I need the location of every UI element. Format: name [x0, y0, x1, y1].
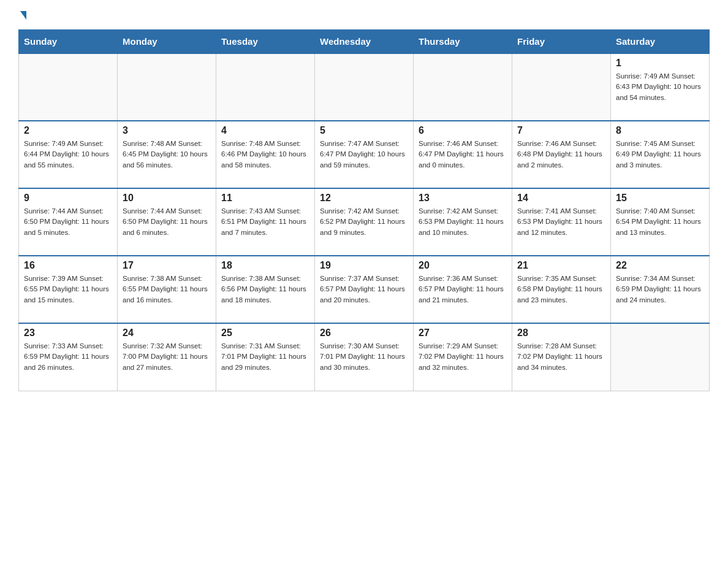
day-info: Sunrise: 7:47 AM Sunset: 6:47 PM Dayligh… — [320, 139, 408, 170]
calendar-cell — [118, 53, 216, 121]
day-number: 19 — [320, 260, 408, 271]
calendar-cell — [414, 53, 512, 121]
calendar-table: SundayMondayTuesdayWednesdayThursdayFrid… — [18, 29, 710, 391]
calendar-cell: 2Sunrise: 7:49 AM Sunset: 6:44 PM Daylig… — [19, 121, 118, 188]
day-number: 27 — [419, 327, 507, 339]
day-info: Sunrise: 7:42 AM Sunset: 6:52 PM Dayligh… — [320, 206, 408, 238]
day-info: Sunrise: 7:49 AM Sunset: 6:44 PM Dayligh… — [24, 139, 112, 170]
day-number: 13 — [419, 193, 507, 204]
day-number: 1 — [616, 58, 704, 69]
day-info: Sunrise: 7:38 AM Sunset: 6:55 PM Dayligh… — [123, 274, 211, 305]
day-info: Sunrise: 7:35 AM Sunset: 6:58 PM Dayligh… — [517, 274, 605, 305]
day-info: Sunrise: 7:36 AM Sunset: 6:57 PM Dayligh… — [419, 274, 507, 305]
day-info: Sunrise: 7:32 AM Sunset: 7:00 PM Dayligh… — [123, 341, 211, 373]
logo-arrow-icon — [20, 11, 26, 20]
day-number: 6 — [419, 125, 507, 136]
calendar-cell: 6Sunrise: 7:46 AM Sunset: 6:47 PM Daylig… — [414, 121, 512, 188]
calendar-cell: 16Sunrise: 7:39 AM Sunset: 6:55 PM Dayli… — [19, 256, 118, 323]
day-info: Sunrise: 7:41 AM Sunset: 6:53 PM Dayligh… — [517, 206, 605, 238]
day-number: 21 — [517, 260, 605, 271]
week-row: 16Sunrise: 7:39 AM Sunset: 6:55 PM Dayli… — [19, 256, 710, 323]
day-number: 7 — [517, 125, 605, 136]
day-number: 12 — [320, 193, 408, 204]
calendar-cell: 20Sunrise: 7:36 AM Sunset: 6:57 PM Dayli… — [414, 256, 512, 323]
day-info: Sunrise: 7:42 AM Sunset: 6:53 PM Dayligh… — [419, 206, 507, 238]
day-info: Sunrise: 7:29 AM Sunset: 7:02 PM Dayligh… — [419, 341, 507, 373]
calendar-cell — [315, 53, 414, 121]
logo-text — [18, 12, 26, 20]
calendar-cell: 25Sunrise: 7:31 AM Sunset: 7:01 PM Dayli… — [216, 323, 315, 391]
day-info: Sunrise: 7:43 AM Sunset: 6:51 PM Dayligh… — [221, 206, 309, 238]
day-number: 23 — [24, 327, 112, 339]
day-info: Sunrise: 7:48 AM Sunset: 6:45 PM Dayligh… — [123, 139, 211, 170]
week-row: 23Sunrise: 7:33 AM Sunset: 6:59 PM Dayli… — [19, 323, 710, 391]
day-of-week-header: Saturday — [611, 30, 710, 54]
day-info: Sunrise: 7:37 AM Sunset: 6:57 PM Dayligh… — [320, 274, 408, 305]
day-info: Sunrise: 7:45 AM Sunset: 6:49 PM Dayligh… — [616, 139, 704, 170]
day-info: Sunrise: 7:38 AM Sunset: 6:56 PM Dayligh… — [221, 274, 309, 305]
day-of-week-header: Wednesday — [315, 30, 414, 54]
week-row: 1Sunrise: 7:49 AM Sunset: 6:43 PM Daylig… — [19, 53, 710, 121]
day-number: 10 — [123, 193, 211, 204]
calendar-cell: 17Sunrise: 7:38 AM Sunset: 6:55 PM Dayli… — [118, 256, 216, 323]
calendar-cell: 5Sunrise: 7:47 AM Sunset: 6:47 PM Daylig… — [315, 121, 414, 188]
day-info: Sunrise: 7:34 AM Sunset: 6:59 PM Dayligh… — [616, 274, 704, 305]
calendar-cell: 21Sunrise: 7:35 AM Sunset: 6:58 PM Dayli… — [512, 256, 611, 323]
calendar-cell: 11Sunrise: 7:43 AM Sunset: 6:51 PM Dayli… — [216, 188, 315, 256]
calendar-header-row: SundayMondayTuesdayWednesdayThursdayFrid… — [19, 30, 710, 54]
calendar-cell: 3Sunrise: 7:48 AM Sunset: 6:45 PM Daylig… — [118, 121, 216, 188]
day-info: Sunrise: 7:49 AM Sunset: 6:43 PM Dayligh… — [616, 71, 704, 103]
calendar-cell: 28Sunrise: 7:28 AM Sunset: 7:02 PM Dayli… — [512, 323, 611, 391]
day-number: 16 — [24, 260, 112, 271]
day-info: Sunrise: 7:30 AM Sunset: 7:01 PM Dayligh… — [320, 341, 408, 373]
day-number: 17 — [123, 260, 211, 271]
day-number: 2 — [24, 125, 112, 136]
calendar-cell: 24Sunrise: 7:32 AM Sunset: 7:00 PM Dayli… — [118, 323, 216, 391]
week-row: 2Sunrise: 7:49 AM Sunset: 6:44 PM Daylig… — [19, 121, 710, 188]
calendar-cell: 8Sunrise: 7:45 AM Sunset: 6:49 PM Daylig… — [611, 121, 710, 188]
calendar-cell — [19, 53, 118, 121]
day-number: 3 — [123, 125, 211, 136]
calendar-cell — [216, 53, 315, 121]
logo — [18, 12, 26, 18]
calendar-cell: 26Sunrise: 7:30 AM Sunset: 7:01 PM Dayli… — [315, 323, 414, 391]
day-info: Sunrise: 7:44 AM Sunset: 6:50 PM Dayligh… — [123, 206, 211, 238]
calendar-cell: 10Sunrise: 7:44 AM Sunset: 6:50 PM Dayli… — [118, 188, 216, 256]
day-info: Sunrise: 7:31 AM Sunset: 7:01 PM Dayligh… — [221, 341, 309, 373]
day-info: Sunrise: 7:40 AM Sunset: 6:54 PM Dayligh… — [616, 206, 704, 238]
calendar-cell: 18Sunrise: 7:38 AM Sunset: 6:56 PM Dayli… — [216, 256, 315, 323]
calendar-cell: 23Sunrise: 7:33 AM Sunset: 6:59 PM Dayli… — [19, 323, 118, 391]
day-info: Sunrise: 7:28 AM Sunset: 7:02 PM Dayligh… — [517, 341, 605, 373]
day-of-week-header: Sunday — [19, 30, 118, 54]
day-of-week-header: Thursday — [414, 30, 512, 54]
day-info: Sunrise: 7:48 AM Sunset: 6:46 PM Dayligh… — [221, 139, 309, 170]
day-number: 24 — [123, 327, 211, 339]
calendar-cell: 1Sunrise: 7:49 AM Sunset: 6:43 PM Daylig… — [611, 53, 710, 121]
calendar-cell: 13Sunrise: 7:42 AM Sunset: 6:53 PM Dayli… — [414, 188, 512, 256]
day-number: 4 — [221, 125, 309, 136]
day-of-week-header: Tuesday — [216, 30, 315, 54]
day-info: Sunrise: 7:46 AM Sunset: 6:48 PM Dayligh… — [517, 139, 605, 170]
day-number: 8 — [616, 125, 704, 136]
day-number: 15 — [616, 193, 704, 204]
week-row: 9Sunrise: 7:44 AM Sunset: 6:50 PM Daylig… — [19, 188, 710, 256]
calendar-cell: 12Sunrise: 7:42 AM Sunset: 6:52 PM Dayli… — [315, 188, 414, 256]
day-of-week-header: Friday — [512, 30, 611, 54]
day-number: 18 — [221, 260, 309, 271]
calendar-cell: 7Sunrise: 7:46 AM Sunset: 6:48 PM Daylig… — [512, 121, 611, 188]
day-number: 11 — [221, 193, 309, 204]
day-of-week-header: Monday — [118, 30, 216, 54]
day-number: 14 — [517, 193, 605, 204]
day-info: Sunrise: 7:46 AM Sunset: 6:47 PM Dayligh… — [419, 139, 507, 170]
day-number: 26 — [320, 327, 408, 339]
day-number: 9 — [24, 193, 112, 204]
day-number: 25 — [221, 327, 309, 339]
calendar-cell — [611, 323, 710, 391]
day-number: 28 — [517, 327, 605, 339]
calendar-cell: 4Sunrise: 7:48 AM Sunset: 6:46 PM Daylig… — [216, 121, 315, 188]
day-number: 22 — [616, 260, 704, 271]
day-info: Sunrise: 7:44 AM Sunset: 6:50 PM Dayligh… — [24, 206, 112, 238]
day-info: Sunrise: 7:39 AM Sunset: 6:55 PM Dayligh… — [24, 274, 112, 305]
calendar-cell: 22Sunrise: 7:34 AM Sunset: 6:59 PM Dayli… — [611, 256, 710, 323]
calendar-cell: 14Sunrise: 7:41 AM Sunset: 6:53 PM Dayli… — [512, 188, 611, 256]
